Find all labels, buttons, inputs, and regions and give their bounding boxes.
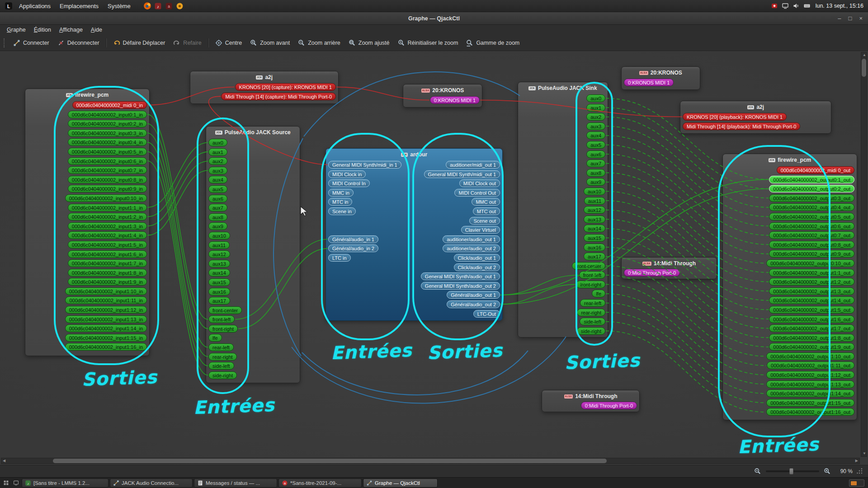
- port[interactable]: 000d6c0404000002_output0:9_out: [769, 250, 854, 258]
- port[interactable]: 000d6c0404000002_input0:5_in: [68, 148, 147, 155]
- toolbar-button-reinitialiser-le-zoom[interactable]: Réinitialiser le zoom: [394, 38, 462, 48]
- port[interactable]: 000d6c0404000002_input1:12_in: [65, 306, 147, 314]
- port[interactable]: aux6: [586, 150, 605, 158]
- port[interactable]: Click/audio_out 1: [454, 254, 500, 262]
- port[interactable]: aux10: [584, 188, 605, 195]
- port[interactable]: 000d6c0404000002_output0:2_out: [769, 185, 854, 192]
- port[interactable]: MIDI Clock out: [459, 179, 500, 187]
- port[interactable]: General MIDI Synth/midi_out 1: [424, 170, 500, 178]
- lmms-launcher-icon[interactable]: ♪: [153, 1, 163, 11]
- port[interactable]: aux14: [584, 225, 605, 232]
- port[interactable]: front-right: [576, 281, 605, 288]
- minimize-button[interactable]: –: [838, 15, 841, 22]
- port[interactable]: 000d6c0404000002_output0:4_out: [769, 203, 854, 211]
- port[interactable]: aux16: [208, 288, 230, 296]
- port[interactable]: 000d6c0404000002_output1:10_out: [766, 352, 854, 360]
- port[interactable]: 000d6c0404000002_input0:10_in: [65, 194, 147, 202]
- port[interactable]: 000d6c0404000002_input1:7_in: [68, 259, 147, 267]
- port[interactable]: aux11: [208, 241, 230, 249]
- port[interactable]: 000d6c0404000002_output1:4_out: [769, 296, 854, 304]
- graph-node-sink[interactable]: JCKPulseAudio JACK Sinkaux0aux1aux2aux3a…: [518, 82, 608, 338]
- port[interactable]: side-left: [580, 318, 605, 325]
- port[interactable]: 000d6c0404000002_output1:12_out: [766, 371, 854, 379]
- port[interactable]: aux16: [584, 244, 605, 251]
- audacity-launcher-icon[interactable]: [175, 1, 185, 11]
- port[interactable]: aux11: [584, 197, 605, 205]
- port[interactable]: 000d6c0404000002_input1:5_in: [68, 241, 147, 249]
- port[interactable]: 000d6c0404000002_input0:7_in: [68, 166, 147, 174]
- port[interactable]: aux8: [208, 213, 227, 221]
- port[interactable]: 000d6c0404000002_output1:11_out: [767, 361, 854, 369]
- port[interactable]: aux8: [586, 169, 605, 177]
- port[interactable]: 000d6c0404000002_output1:2_out: [769, 278, 854, 286]
- taskbar-menu-icon[interactable]: [2, 479, 10, 488]
- display-tray-icon[interactable]: [780, 1, 790, 11]
- toolbar-button-defaire-deplacer[interactable]: Défaire Déplacer: [109, 38, 170, 48]
- port[interactable]: 000d6c0404000002_output0:5_out: [769, 213, 854, 221]
- graph-node-kronos-topright[interactable]: ALSA20:KRONOS0:KRONOS MIDI 1: [621, 66, 700, 90]
- port[interactable]: rear-left: [580, 299, 605, 307]
- port[interactable]: 000d6c0404000002_output1:13_out: [766, 380, 854, 388]
- port[interactable]: aux4: [586, 131, 605, 139]
- port[interactable]: 000d6c0404000002_input1:15_in: [65, 334, 147, 342]
- port[interactable]: 000d6c0404000002_input0:9_in: [68, 185, 147, 192]
- graph-node-a2j-right[interactable]: JCKa2jKRONOS [20] (playback): KRONOS MID…: [680, 101, 831, 134]
- graph-node-midithrough-right[interactable]: ALSA14:Midi Through0:Midi Through Port-0: [621, 257, 717, 279]
- port[interactable]: aux1: [586, 104, 605, 112]
- graph-node-a2j-left[interactable]: JCKa2jKRONOS [20] (capture): KRONOS MIDI…: [190, 71, 339, 104]
- port[interactable]: 000d6c0404000002_input1:11_in: [65, 296, 147, 304]
- port[interactable]: aux9: [208, 222, 227, 230]
- port[interactable]: 000d6c0404000002_output0:3_out: [769, 194, 854, 202]
- horizontal-scrollbar[interactable]: ◀ ▶: [1, 458, 860, 464]
- port[interactable]: 000d6c0404000002_output1:3_out: [769, 287, 854, 295]
- port[interactable]: 000d6c0404000002_input1:14_in: [65, 324, 147, 332]
- port[interactable]: 000d6c0404000002_input1:3_in: [68, 222, 147, 230]
- port[interactable]: aux5: [586, 141, 605, 149]
- toolbar-button-deconnecter[interactable]: Déconnecter: [53, 38, 104, 48]
- port[interactable]: aux2: [208, 157, 227, 165]
- zoom-in-icon[interactable]: [824, 468, 831, 475]
- port[interactable]: aux12: [584, 206, 605, 214]
- port[interactable]: 000d6c0404000002_input1:4_in: [68, 231, 147, 239]
- toolbar-button-gamme-de-zoom[interactable]: Gamme de zoom: [462, 38, 524, 48]
- port[interactable]: MIDI Control Out: [454, 189, 500, 197]
- graph-node-fw-right[interactable]: JCKfirewire_pcm000d6c0404000002_midi 0_o…: [722, 154, 857, 420]
- port[interactable]: aux4: [208, 176, 227, 183]
- port[interactable]: 0:KRONOS MIDI 1: [624, 79, 674, 86]
- port[interactable]: 0:Midi Through Port-0: [624, 269, 680, 277]
- port[interactable]: side-left: [208, 362, 234, 370]
- menubar-item-graphe[interactable]: Graphe: [3, 26, 30, 34]
- port[interactable]: Clavier Virtuel: [461, 226, 500, 234]
- port[interactable]: rear-left: [208, 343, 234, 351]
- port[interactable]: MMC out: [472, 198, 500, 206]
- port[interactable]: Click/audio_out 2: [454, 263, 500, 271]
- distro-logo-icon[interactable]: L: [4, 1, 14, 11]
- port[interactable]: side-right: [208, 371, 237, 379]
- port[interactable]: front-left: [579, 271, 605, 279]
- port[interactable]: aux17: [584, 253, 605, 260]
- toolbar-button-connecter[interactable]: Connecter: [9, 38, 53, 48]
- port[interactable]: lfe: [592, 290, 605, 297]
- port[interactable]: front-center: [208, 306, 242, 314]
- graph-node-kronos-top[interactable]: ALSA20:KRONOS0:KRONOS MIDI 1: [403, 84, 482, 108]
- port[interactable]: aux0: [208, 139, 227, 146]
- toolbar-button-zoom-arriere[interactable]: Zoom arrière: [294, 38, 344, 48]
- vertical-scroll-thumb[interactable]: [862, 59, 866, 77]
- port[interactable]: 000d6c0404000002_output0:1_out: [769, 176, 854, 183]
- port[interactable]: 000d6c0404000002_input0:6_in: [68, 157, 147, 165]
- port[interactable]: 000d6c0404000002_input1:16_in: [65, 343, 147, 351]
- port[interactable]: KRONOS [20] (capture): KRONOS MIDI 1: [235, 83, 336, 91]
- port[interactable]: General MIDI Synth/audio_out 2: [421, 282, 500, 290]
- port[interactable]: aux7: [586, 160, 605, 167]
- port[interactable]: aux5: [208, 185, 227, 193]
- port[interactable]: 000d6c0404000002_input0:2_in: [68, 120, 147, 127]
- resize-grip-icon[interactable]: [856, 468, 863, 475]
- port[interactable]: 0:KRONOS MIDI 1: [430, 96, 480, 104]
- port[interactable]: front-left: [208, 315, 235, 323]
- port[interactable]: Midi Through [14] (playback): Midi Throu…: [683, 122, 800, 130]
- keyboard-tray-icon[interactable]: [802, 1, 812, 11]
- port[interactable]: aux3: [208, 167, 227, 174]
- vertical-scrollbar[interactable]: ▲ ▼: [861, 52, 867, 457]
- port[interactable]: rear-right: [208, 353, 237, 361]
- volume-tray-icon[interactable]: [791, 1, 801, 11]
